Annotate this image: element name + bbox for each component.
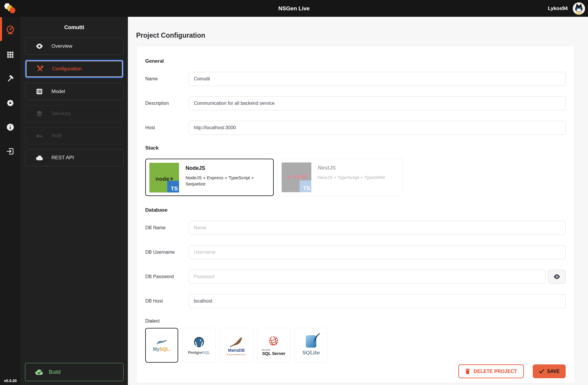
name-input[interactable] [189,72,566,86]
top-bar: NSGen Live Lykos94 [0,0,588,17]
key-icon [36,132,43,140]
mysql-dolphin-icon [156,338,168,346]
stack-option-description: NodeJS + Express + TypeScript + Sequeliz… [186,175,274,187]
app-version: v0.0.20 [0,379,21,383]
delete-project-label: DELETE PROJECT [474,369,517,374]
db-username-label: DB Username [145,250,189,255]
host-input[interactable] [189,121,566,135]
rail-item-settings[interactable] [0,91,21,115]
hammer-icon [6,74,15,83]
mariadb-seal-icon [228,335,244,347]
delete-project-button[interactable]: DELETE PROJECT [458,364,524,378]
name-label: Name [145,76,189,82]
sidebar-item-label: Auth [51,133,62,139]
configuration-card: General Name Description Host Stack node [136,46,575,383]
rail-item-apps[interactable] [0,43,21,67]
form-row-db-password: DB Password [145,270,566,284]
sqlserver-sphere-icon [267,335,280,348]
speedometer-icon [6,25,15,34]
sidebar-item-label: Configuration [52,66,82,72]
dialect-label: Dialect [145,318,566,324]
info-icon [6,123,15,132]
project-name-header: Comutti [25,17,123,38]
db-host-input[interactable] [189,294,566,308]
form-row-name: Name [145,72,566,86]
host-label: Host [145,125,189,130]
dialect-option-sqlserver[interactable]: Microsoft SQL Server [257,328,290,363]
sidebar-item-services: Services [25,105,123,122]
eye-icon [553,274,560,279]
sidebar-item-overview[interactable]: Overview [25,38,123,55]
nest-cat-icon [286,174,292,179]
cloud-icon [36,155,44,161]
rail-item-info[interactable] [0,115,21,139]
dialect-option-mariadb[interactable]: MariaDB Foundation [220,328,253,363]
stack-options: node TS NodeJS NodeJS + Express + TypeSc… [145,159,566,196]
typescript-badge: TS [300,180,311,192]
nestjs-logo: nest TS [282,162,311,192]
dialect-options: MySQL. PostgreSQL [145,328,566,363]
icon-rail: v0.0.20 [0,17,21,385]
nodejs-logo: node TS [149,163,179,192]
build-button[interactable]: Build [25,363,123,381]
gear-icon [6,99,15,107]
password-visibility-button[interactable] [548,270,566,284]
grid-icon [6,51,14,59]
project-sidebar: Comutti Overview [21,17,128,385]
trash-icon [465,369,470,374]
dialect-option-postgresql[interactable]: PostgreSQL [183,328,216,363]
app-title: NSGen Live [278,5,310,12]
description-label: Description [145,101,189,106]
description-input[interactable] [189,96,566,110]
db-password-input[interactable] [189,270,546,284]
check-icon [539,369,544,374]
sidebar-item-label: Overview [51,43,72,49]
stack-option-description: NestJS + TypeScript + TypeORM [318,175,406,181]
form-row-db-host: DB Host [145,294,566,308]
form-row-description: Description [145,96,566,110]
sidebar-item-auth: Auth [25,127,123,144]
section-title-database: Database [145,207,566,213]
db-name-label: DB Name [145,225,189,230]
sidebar-item-label: Model [51,89,65,94]
page-title: Project Configuration [136,31,575,39]
sidebar-item-label: Services [51,111,71,117]
save-button[interactable]: SAVE [533,364,566,378]
app-logo [4,2,18,15]
list-icon [36,88,43,95]
rail-item-sign-out[interactable] [0,139,21,163]
rail-item-build-tools[interactable] [0,67,21,91]
section-title-general: General [145,58,566,64]
postgresql-elephant-icon [192,336,206,349]
section-title-stack: Stack [145,145,566,151]
db-host-label: DB Host [145,298,189,304]
typescript-badge: TS [167,181,179,192]
dialect-option-mysql[interactable]: MySQL. [145,328,178,363]
sidebar-item-label: REST API [51,155,74,161]
user-avatar[interactable] [572,2,586,15]
avatar-cat-image [573,2,585,15]
stack-option-title: NestJS [318,165,406,171]
sidebar-item-model[interactable]: Model [25,83,123,100]
stack-option-nestjs[interactable]: nest TS NestJS NestJS + TypeScript + Typ… [278,159,404,196]
stack-option-title: NodeJS [186,165,274,171]
form-row-db-username: DB Username [145,245,566,259]
main-content: Project Configuration General Name Descr… [128,17,588,385]
cloud-check-icon [35,369,44,375]
card-actions: DELETE PROJECT SAVE [145,364,566,379]
rail-item-dashboard[interactable] [0,17,21,43]
sign-out-icon [6,147,15,156]
stack-option-nodejs[interactable]: node TS NodeJS NodeJS + Express + TypeSc… [145,159,274,196]
save-label: SAVE [547,369,559,374]
build-button-label: Build [49,369,61,375]
layers-icon [36,110,43,117]
form-row-host: Host [145,121,566,135]
db-username-input[interactable] [189,245,566,259]
db-name-input[interactable] [189,221,566,235]
sidebar-item-configuration[interactable]: Configuration [25,60,123,78]
eye-icon [36,43,43,49]
dialect-option-sqlite[interactable]: SQLite [295,328,328,363]
form-row-db-name: DB Name [145,221,566,235]
tools-icon [36,65,44,73]
sidebar-item-rest-api[interactable]: REST API [25,149,123,166]
